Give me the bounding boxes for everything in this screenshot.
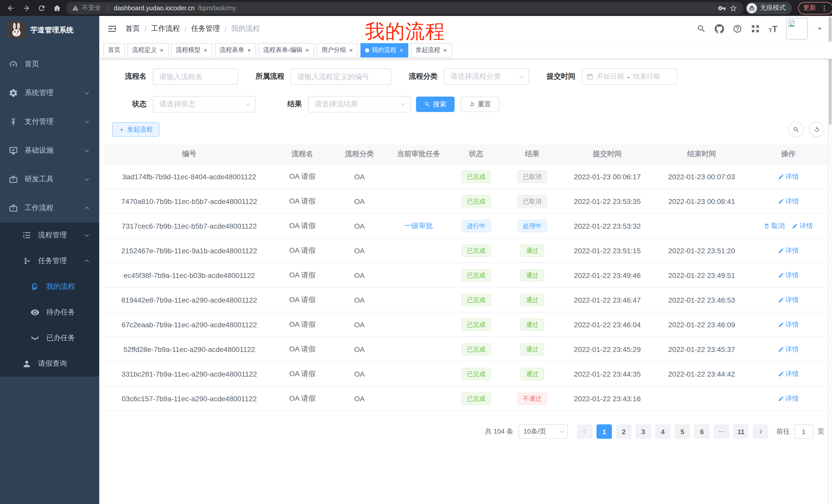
breadcrumb-item[interactable]: 首页 [126,24,140,33]
close-tab-icon[interactable]: × [159,47,164,54]
close-tab-icon[interactable]: × [349,47,353,54]
detail-link[interactable]: 详情 [778,320,799,329]
cell-current-task [388,263,449,287]
page-button-11[interactable]: 11 [733,424,749,439]
caret-down-icon[interactable] [816,26,823,32]
tab-label: 流程表单-编辑 [263,46,302,54]
submit-time-range-picker[interactable]: 开始日期 - 结束日期 [581,68,677,85]
sidebar-item-process-mgmt[interactable]: 流程管理 [0,222,99,248]
page-button-6[interactable]: 6 [694,424,710,439]
browser-menu-dots-icon[interactable] [821,4,828,11]
detail-link[interactable]: 详情 [778,344,799,354]
sidebar-item-my-process[interactable]: 我的流程 [0,274,99,300]
detail-link[interactable]: 详情 [778,197,799,206]
incognito-badge: 无痕模式 [746,2,792,14]
cell-current-task [388,238,449,263]
detail-link[interactable]: 详情 [778,369,799,379]
page-button-3[interactable]: 3 [635,424,651,439]
result-select[interactable]: 请选择流结果 [308,96,411,113]
sidebar-item-system[interactable]: 系统管理 [0,79,99,107]
tab-my-process[interactable]: 我的流程× [361,43,408,57]
task-link[interactable]: 一级审批 [404,221,433,229]
browser-home-button[interactable] [50,1,64,15]
breadcrumb-item[interactable]: 工作流程 [151,24,180,33]
page-size-select[interactable]: 10条/页 [518,424,568,439]
tab-process-form[interactable]: 流程表单× [215,43,256,57]
cell-actions: 详情 [750,361,827,386]
github-icon[interactable] [715,24,724,33]
close-tab-icon[interactable]: × [203,47,208,54]
browser-reload-button[interactable] [35,1,48,15]
close-tab-icon[interactable]: × [247,47,252,54]
font-size-icon[interactable]: TT [769,24,778,33]
help-icon[interactable] [733,24,742,33]
detail-link[interactable]: 详情 [778,271,799,280]
cancel-link[interactable]: 取消 [763,221,785,230]
cell-result: 通过 [503,361,561,386]
tab-home[interactable]: 首页 [103,43,125,57]
tab-user-group[interactable]: 用户分组× [317,43,358,57]
refresh-table-button[interactable] [809,122,824,137]
browser-back-button[interactable] [4,1,18,15]
page-button-1[interactable]: 1 [597,424,612,439]
sidebar-item-leave-query[interactable]: 请假查询 [0,351,99,376]
cell-status: 已完成 [449,238,503,263]
page-button-4[interactable]: 4 [655,424,671,439]
process-definition-input[interactable] [290,68,391,85]
detail-link[interactable]: 详情 [778,295,799,304]
next-page-button[interactable] [753,424,768,439]
close-tab-icon[interactable]: × [399,47,404,54]
edit-icon [778,321,784,328]
search-button[interactable]: 搜索 [416,96,454,112]
sidebar-item-payment[interactable]: 支付管理 [0,107,99,136]
page-button-2[interactable]: 2 [616,424,631,439]
total-count: 共 104 条 [485,427,513,436]
tab-process-model[interactable]: 流程模型× [171,43,212,57]
toggle-search-button[interactable] [788,122,804,137]
detail-link[interactable]: 详情 [778,172,799,181]
sidebar-item-infra[interactable]: 基础设施 [0,136,99,165]
sidebar-item-devtools[interactable]: 研发工具 [0,165,99,194]
tab-process-def[interactable]: 流程定义× [128,43,169,57]
goto-page-input[interactable] [794,424,813,439]
cell-end-time: 2022-01-22 23:51:20 [654,238,750,263]
tab-label: 用户分组 [321,46,346,54]
tab-start-process[interactable]: 发起流程× [411,43,452,57]
prev-page-button[interactable] [577,424,592,439]
page-scrollbar[interactable] [828,16,832,504]
breadcrumb-item[interactable]: 任务管理 [191,24,220,33]
bookmark-star-icon[interactable] [729,4,737,12]
sidebar-collapse-button[interactable] [107,24,117,34]
sidebar-item-workflow[interactable]: 工作流程 [0,194,99,222]
status-select[interactable]: 请选择状态 [153,96,256,113]
sidebar-item-home[interactable]: 首页 [0,50,99,79]
app-logo-row[interactable]: 芋道管理系统 [0,16,99,45]
sidebar-item-todo-tasks[interactable]: 待办任务 [0,300,99,325]
process-category-select[interactable]: 请选择流程分类 [444,68,529,85]
reset-button[interactable]: 重置 [461,96,499,112]
create-process-button[interactable]: 发起流程 [112,122,159,137]
tab-process-form-edit[interactable]: 流程表单-编辑× [259,43,314,57]
cell-submit-time: 2022-01-22 23:46:47 [561,287,654,312]
detail-link[interactable]: 详情 [778,394,799,403]
sidebar-item-task-mgmt[interactable]: 任务管理 [0,248,99,274]
detail-link[interactable]: 详情 [778,246,799,255]
key-icon[interactable] [718,4,726,12]
avatar[interactable] [786,18,808,39]
sidebar-item-done-tasks[interactable]: 已办任务 [0,325,99,351]
process-name-input[interactable] [153,68,238,85]
cell-submit-time: 2022-01-22 23:43:16 [561,386,654,411]
close-tab-icon[interactable]: × [443,47,447,54]
address-bar[interactable]: 不安全 dashboard.yudao.iocoder.cn/bpm/task/… [66,2,744,14]
page-button-5[interactable]: 5 [675,424,690,439]
browser-forward-button[interactable] [20,1,33,15]
browser-update-button[interactable]: 更新 [798,2,832,14]
scrollbar-thumb[interactable] [829,17,831,125]
fullscreen-icon[interactable] [751,24,760,33]
detail-link[interactable]: 详情 [792,221,813,230]
cell-process-name: OA 请假 [274,312,331,337]
header-search-icon[interactable] [697,24,706,33]
more-pages-button[interactable] [714,424,729,439]
close-tab-icon[interactable]: × [305,47,310,54]
cell-submit-time: 2022-01-22 23:51:15 [561,238,654,263]
